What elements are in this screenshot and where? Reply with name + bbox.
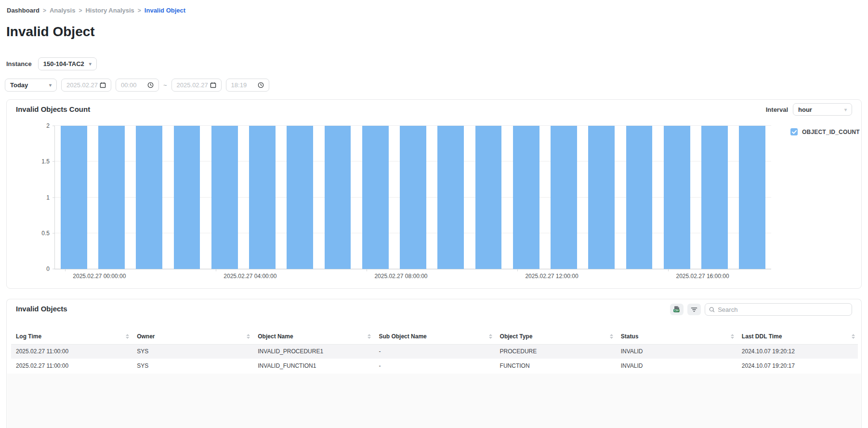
interval-select-value: hour [798,106,812,113]
start-time-input[interactable]: 00:00 [116,79,159,92]
bar[interactable] [513,126,539,269]
table-cell: FUNCTION [495,359,616,373]
y-axis-label: 1.5 [41,158,50,165]
bar[interactable] [588,126,615,269]
bar[interactable] [325,126,351,269]
bar[interactable] [249,126,276,269]
bar[interactable] [701,126,728,269]
column-header-label: Log Time [16,333,41,340]
column-header-owner[interactable]: Owner [132,329,253,344]
clock-icon [147,82,154,88]
table-row[interactable]: 2025.02.27 11:00:00SYSINVALID_FUNCTION1-… [11,359,858,373]
breadcrumb-separator: > [79,7,82,14]
column-header-label: Object Type [500,333,533,340]
bar[interactable] [136,126,162,269]
legend-checkbox[interactable] [790,128,798,135]
bar[interactable] [362,126,389,269]
legend-label: OBJECT_ID_COUNT [802,129,860,135]
check-icon [792,130,797,134]
table-cell: - [374,344,495,359]
interval-select[interactable]: hour ▾ [793,103,852,116]
instance-label: Instance [6,60,32,67]
bar[interactable] [400,126,426,269]
table-toolbar: CSV [670,303,852,316]
table-cell: 2024.10.07 19:20:12 [737,344,858,359]
table-cell: INVALID_PROCEDURE1 [253,344,374,359]
column-header-status[interactable]: Status [616,329,737,344]
chevron-down-icon: ▾ [49,82,52,88]
search-input[interactable] [718,306,848,313]
sort-icon[interactable] [731,334,734,339]
x-axis-label: 2025.02.27 12:00:00 [525,273,578,280]
page: { "breadcrumb": { "separator": ">", "ite… [0,0,868,428]
breadcrumb-separator: > [138,7,141,14]
x-axis-tickmark [65,269,66,271]
invalid-objects-count-card: Invalid Objects Count Interval hour ▾ 00… [6,99,862,289]
column-header-label: Sub Object Name [379,333,426,340]
x-axis-tickmark [517,269,518,271]
x-axis-tickmark [367,269,367,271]
table-row[interactable]: 2025.02.27 11:00:00SYSINVALID_PROCEDURE1… [11,344,858,359]
sort-icon[interactable] [247,334,250,339]
breadcrumb-item-analysis[interactable]: Analysis [50,7,75,14]
table-card-title: Invalid Objects [16,305,67,313]
column-header-label: Object Name [258,333,293,340]
y-axis-label: 0 [46,266,50,272]
column-header-label: Last DDL Time [742,333,782,340]
x-axis-label: 2025.02.27 08:00:00 [374,273,427,280]
bar[interactable] [475,126,502,269]
sort-icon[interactable] [610,334,613,339]
page-title: Invalid Object [6,24,95,40]
column-header-object-type[interactable]: Object Type [495,329,616,344]
bar[interactable] [287,126,313,269]
sort-icon[interactable] [126,334,129,339]
bar[interactable] [174,126,200,269]
legend-item-object-id-count[interactable]: OBJECT_ID_COUNT [790,128,860,135]
breadcrumb-separator: > [43,7,46,14]
table-cell: INVALID [616,359,737,373]
csv-export-button[interactable]: CSV [670,304,684,315]
sort-icon[interactable] [852,334,855,339]
end-date-input[interactable]: 2025.02.27 [171,79,222,92]
time-preset-select[interactable]: Today ▾ [5,79,57,92]
breadcrumb-item-dashboard[interactable]: Dashboard [7,7,39,14]
table-cell: 2025.02.27 11:00:00 [11,359,132,373]
interval-control: Interval hour ▾ [766,103,852,116]
table-cell: PROCEDURE [495,344,616,359]
bar[interactable] [437,126,464,269]
bar[interactable] [98,126,125,269]
bar[interactable] [551,126,577,269]
x-axis-tickmark [216,269,216,271]
bar[interactable] [61,126,87,269]
y-axis-label: 1 [46,194,50,201]
breadcrumb: Dashboard > Analysis > History Analysis … [7,7,185,14]
svg-text:CSV: CSV [674,309,679,312]
bar[interactable] [626,126,653,269]
filter-icon [690,306,698,313]
bar[interactable] [739,126,765,269]
bar[interactable] [211,126,238,269]
start-date-input[interactable]: 2025.02.27 [61,79,111,92]
column-header-object-name[interactable]: Object Name [253,329,374,344]
column-header-sub-object-name[interactable]: Sub Object Name [374,329,495,344]
column-header-last-ddl-time[interactable]: Last DDL Time [737,329,858,344]
column-header-label: Owner [137,333,155,340]
time-filter-row: Today ▾ 2025.02.27 00:00 ~ 2025.02.27 18… [5,79,269,92]
x-axis-label: 2025.02.27 04:00:00 [224,273,276,280]
x-axis-label: 2025.02.27 00:00:00 [73,273,126,280]
sort-icon[interactable] [368,334,371,339]
breadcrumb-item-history-analysis[interactable]: History Analysis [85,7,134,14]
table-header: Log TimeOwnerObject NameSub Object NameO… [11,329,858,344]
breadcrumb-item-invalid-object[interactable]: Invalid Object [145,7,185,14]
filter-button[interactable] [687,304,701,315]
x-axis-label: 2025.02.27 16:00:00 [676,273,729,280]
chevron-down-icon: ▾ [844,107,847,112]
instance-select[interactable]: 150-104-TAC2 ▾ [38,57,97,70]
end-time-input[interactable]: 18:19 [226,79,269,92]
column-header-log-time[interactable]: Log Time [11,329,132,344]
sort-icon[interactable] [489,334,492,339]
table-empty-area [7,374,861,428]
x-axis-tickmark [668,269,669,271]
calendar-icon [210,82,216,88]
bar[interactable] [664,126,690,269]
